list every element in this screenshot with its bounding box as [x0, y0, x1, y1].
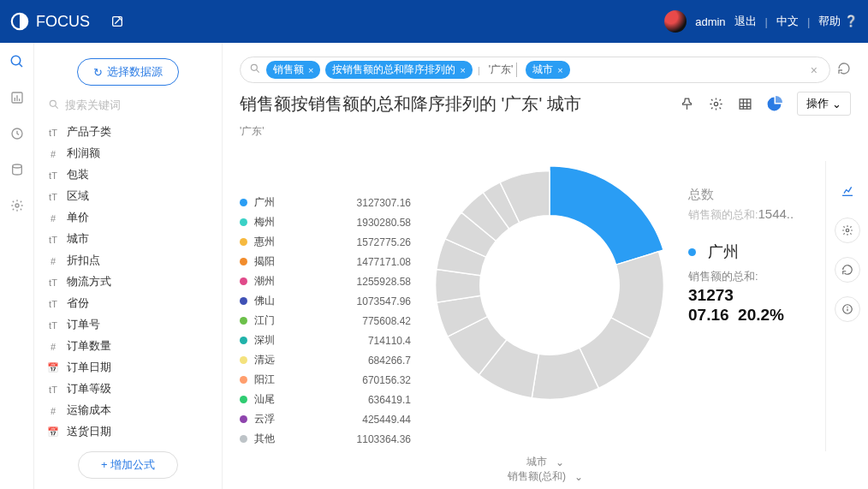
- legend-item[interactable]: 潮州1255928.58: [240, 274, 411, 289]
- field-type-icon: #: [46, 342, 60, 352]
- legend-dot: [240, 218, 247, 226]
- svg-point-5: [12, 164, 21, 168]
- legend-item[interactable]: 汕尾636419.1: [240, 392, 411, 407]
- gear-icon[interactable]: [705, 92, 727, 115]
- search-icon: [249, 63, 261, 78]
- field-item[interactable]: tT订单等级: [45, 379, 211, 400]
- legend-dot: [240, 376, 247, 384]
- legend-dot: [240, 277, 247, 285]
- donut-chart[interactable]: [425, 161, 674, 409]
- query-pill[interactable]: 销售额×: [266, 61, 320, 79]
- field-type-icon: tT: [46, 299, 60, 309]
- legend-dot: [240, 199, 247, 206]
- field-item[interactable]: tT包装: [45, 164, 211, 186]
- legend-item[interactable]: 其他1103364.36: [240, 432, 411, 446]
- legend-dot: [240, 317, 247, 325]
- field-item[interactable]: #折扣点: [45, 250, 211, 271]
- field-type-icon: 📅: [46, 426, 60, 438]
- operations-dropdown[interactable]: 操作⌄: [797, 92, 851, 116]
- clear-query-button[interactable]: ×: [807, 63, 821, 77]
- svg-point-9: [714, 102, 717, 105]
- close-icon[interactable]: ×: [308, 65, 313, 75]
- query-token[interactable]: '广东': [485, 63, 518, 77]
- field-item[interactable]: tT订单号: [45, 314, 211, 336]
- legend-item[interactable]: 云浮425449.44: [240, 412, 411, 426]
- legend-item[interactable]: 江门775608.42: [240, 313, 411, 328]
- field-type-icon: #: [46, 256, 60, 266]
- query-pill[interactable]: 城市×: [526, 61, 569, 79]
- rail-gear-icon[interactable]: [7, 195, 27, 216]
- rail-data-icon[interactable]: [7, 159, 27, 180]
- legend-item[interactable]: 佛山1073547.96: [240, 294, 411, 308]
- selected-city: 广州: [708, 242, 739, 262]
- logout-link[interactable]: 退出: [734, 14, 757, 29]
- legend-dot: [240, 396, 247, 403]
- svg-rect-10: [740, 98, 751, 108]
- svg-point-2: [11, 56, 21, 65]
- field-item[interactable]: tT城市: [45, 229, 211, 250]
- total-label: 总数: [688, 187, 817, 203]
- field-type-icon: tT: [46, 128, 60, 138]
- logo-icon: [10, 12, 29, 31]
- field-item[interactable]: #单价: [45, 207, 211, 229]
- field-item[interactable]: 📅送货日期: [45, 421, 211, 443]
- field-item[interactable]: #订单数量: [45, 336, 211, 357]
- analytics-icon[interactable]: [835, 178, 860, 204]
- svg-point-11: [846, 229, 849, 232]
- legend-dot: [240, 337, 247, 344]
- settings-icon[interactable]: [835, 218, 860, 243]
- field-item[interactable]: tT省份: [45, 293, 211, 314]
- total-sub: 销售额的总和:1544..: [688, 206, 817, 223]
- help-link[interactable]: 帮助 ❔: [818, 14, 858, 29]
- table-icon[interactable]: [734, 92, 756, 115]
- add-formula-button[interactable]: 增加公式: [78, 451, 178, 479]
- pin-icon[interactable]: [675, 92, 698, 115]
- field-type-icon: tT: [46, 170, 60, 181]
- legend-item[interactable]: 阳江670156.32: [240, 373, 411, 387]
- rail-search-icon[interactable]: [7, 51, 27, 72]
- info-icon[interactable]: [835, 296, 860, 322]
- field-type-icon: #: [46, 213, 60, 224]
- rail-dashboard-icon[interactable]: [7, 87, 27, 108]
- reload-icon[interactable]: [835, 257, 860, 283]
- donut-slice[interactable]: [550, 166, 663, 265]
- select-datasource-button[interactable]: 选择数据源: [77, 58, 179, 86]
- legend-dot: [240, 238, 247, 246]
- field-type-icon: tT: [46, 192, 60, 202]
- compose-button[interactable]: [105, 9, 129, 33]
- axis1-label[interactable]: 城市 ⌄: [523, 455, 568, 469]
- legend-dot: [240, 297, 247, 305]
- field-type-icon: #: [46, 406, 60, 416]
- axis2-label[interactable]: 销售额(总和) ⌄: [504, 469, 586, 484]
- chevron-down-icon: ⌄: [556, 456, 564, 468]
- keyword-search-input[interactable]: 搜索关键词: [48, 98, 208, 113]
- legend-item[interactable]: 揭阳1477171.08: [240, 254, 411, 269]
- legend-item[interactable]: 清远684266.7: [240, 353, 411, 367]
- field-item[interactable]: #运输成本: [45, 400, 211, 421]
- avatar[interactable]: [664, 10, 687, 33]
- query-input-box[interactable]: 销售额× 按销售额的总和降序排列的× | '广东' 城市× ×: [240, 57, 830, 83]
- refresh-button[interactable]: [837, 62, 851, 79]
- rail-clock-icon[interactable]: [7, 123, 27, 144]
- close-icon[interactable]: ×: [460, 65, 465, 75]
- svg-point-6: [15, 204, 19, 207]
- field-item[interactable]: tT物流方式: [45, 271, 211, 293]
- field-type-icon: 📅: [46, 362, 60, 373]
- legend-item[interactable]: 广州3127307.16: [240, 195, 411, 210]
- legend-item[interactable]: 惠州1572775.26: [240, 235, 411, 249]
- query-pill[interactable]: 按销售额的总和降序排列的×: [325, 61, 472, 79]
- legend-item[interactable]: 深圳714110.4: [240, 333, 411, 348]
- field-item[interactable]: tT产品子类: [45, 122, 211, 143]
- legend-item[interactable]: 梅州1930280.58: [240, 215, 411, 230]
- user-name[interactable]: admin: [695, 15, 725, 28]
- legend-dot: [688, 248, 696, 256]
- breadcrumb: '广东': [223, 122, 868, 144]
- close-icon[interactable]: ×: [557, 65, 562, 75]
- chart-icon[interactable]: [763, 92, 785, 115]
- lang-link[interactable]: 中文: [776, 14, 799, 29]
- field-item[interactable]: tT区域: [45, 186, 211, 207]
- selected-value: 31273 07.16 20.2%: [688, 286, 817, 325]
- field-item[interactable]: #利润额: [45, 143, 211, 164]
- field-item[interactable]: 📅订单日期: [45, 357, 211, 379]
- app-logo: FOCUS: [10, 12, 90, 31]
